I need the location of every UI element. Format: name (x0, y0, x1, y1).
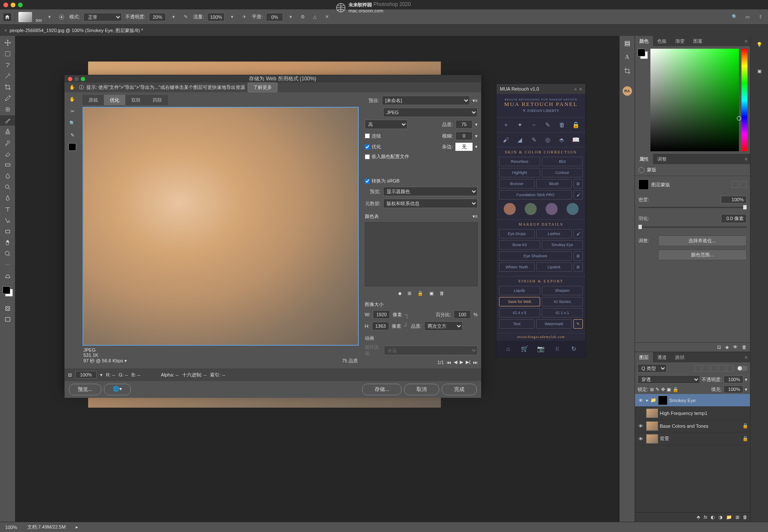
select-and-mask-button[interactable]: 选择并遮住... (658, 235, 747, 246)
blur-tool[interactable] (0, 171, 15, 181)
fg-bg-swatch[interactable] (638, 49, 648, 59)
type-tool[interactable] (0, 204, 15, 215)
lock-artboard-icon[interactable]: ▣ (667, 387, 671, 392)
preview-pane[interactable] (83, 107, 359, 346)
dialog-max[interactable] (81, 77, 85, 81)
minimize-window[interactable] (11, 3, 15, 7)
filter-type-icon[interactable] (711, 365, 718, 372)
mua-eyedrops[interactable]: Eye Drops (499, 229, 535, 238)
mua-lipstick[interactable]: Lipstick (536, 262, 572, 272)
eraser-tool[interactable] (0, 149, 15, 159)
opacity-dropdown-icon[interactable]: ▾ (169, 13, 178, 21)
visibility-toggle[interactable] (637, 409, 644, 417)
mua-igstories[interactable]: IG Stories (542, 297, 583, 306)
visibility-toggle[interactable]: 👁 (637, 397, 644, 404)
apply-mask-icon[interactable]: ◈ (725, 344, 729, 350)
mask-thumb[interactable] (658, 396, 668, 405)
doc-size[interactable]: 文档:7.49M/22.5M (27, 524, 65, 530)
link-layers-icon[interactable]: ⬘ (697, 514, 700, 520)
width-input[interactable] (373, 310, 390, 319)
mua-ig1x1[interactable]: IG 1 x 1 (542, 308, 583, 317)
libraries-icon[interactable]: 💡 (756, 39, 762, 50)
blend-mode-select[interactable]: 穿透 (638, 375, 700, 384)
layer-name[interactable]: High Frequency temp1 (660, 411, 707, 416)
mua-camera-icon[interactable]: 📷 (536, 344, 546, 353)
mua-contour[interactable]: Contour (542, 168, 583, 177)
mua-plus-icon[interactable]: + (501, 120, 511, 129)
filter-adj-icon[interactable] (703, 365, 709, 372)
mua-delete-icon[interactable]: 🗑 (557, 120, 567, 129)
move-tool[interactable] (0, 38, 15, 48)
cancel-button[interactable]: 取消 (404, 384, 439, 395)
mua-sparkle-icon[interactable]: ✦ (515, 120, 525, 129)
mua-edit-icon[interactable]: ✎ (543, 120, 552, 129)
mua-grid-icon[interactable]: ⊞ (573, 262, 583, 272)
zoom-input[interactable] (75, 371, 97, 379)
brush-picker-icon[interactable]: ▾ (45, 13, 54, 21)
ct-icon[interactable]: 🗑 (440, 291, 444, 296)
flow-input[interactable] (207, 13, 224, 21)
link-icon[interactable]: ┐ (405, 311, 409, 318)
wand-tool[interactable] (0, 71, 15, 81)
mua-grid-icon[interactable]: ⊞ (573, 179, 583, 188)
mua-brush-icon[interactable]: 🖌 (573, 190, 583, 200)
layer-row[interactable]: 👁 背景 🔒 (635, 432, 750, 445)
tab-layers[interactable]: 图层 (635, 352, 653, 362)
mua-color-1[interactable] (504, 203, 516, 215)
toggle-mask-icon[interactable]: 👁 (733, 344, 738, 350)
mua-home-icon[interactable]: ⌂ (503, 344, 513, 353)
visibility-toggle[interactable]: 👁 (637, 422, 644, 430)
tab-color[interactable]: 颜色 (635, 36, 653, 46)
smooth-input[interactable] (266, 13, 283, 21)
save-button[interactable]: 存储... (362, 384, 402, 395)
dodge-tool[interactable] (0, 182, 15, 192)
filter-pixel-icon[interactable] (694, 365, 701, 372)
tab-properties[interactable]: 属性 (635, 154, 653, 164)
layer-row[interactable]: High Frequency temp1 (635, 407, 750, 420)
ct-icon[interactable]: ▣ (429, 291, 434, 296)
history-panel-icon[interactable] (620, 38, 635, 49)
feather-slider[interactable] (638, 226, 747, 228)
fg-bg-colors[interactable] (0, 286, 15, 297)
layer-thumb[interactable] (646, 409, 658, 418)
opacity-input[interactable] (149, 13, 166, 21)
height-input[interactable] (372, 322, 389, 330)
tab-adjustments[interactable]: 调整 (653, 154, 671, 164)
layer-name[interactable]: Smokey Eye (669, 398, 696, 403)
quickmask-toggle[interactable] (0, 303, 15, 314)
mask-icon[interactable]: ◐ (711, 514, 715, 520)
tab-optimized[interactable]: 优化 (104, 95, 125, 105)
eyedropper-tool[interactable]: ✎ (66, 130, 78, 140)
hue-slider[interactable] (741, 49, 747, 151)
pen-tool[interactable] (0, 193, 15, 203)
share-icon[interactable]: ⇪ (756, 13, 765, 21)
delete-icon[interactable]: 🗑 (743, 514, 747, 520)
metadata-select[interactable]: 版权和联系信息 (383, 199, 478, 208)
lock-all-icon[interactable]: 🔒 (673, 387, 679, 392)
panel-menu-icon[interactable]: ≡ (579, 86, 582, 91)
brush-settings-icon[interactable] (57, 13, 66, 21)
mua-color-2[interactable] (525, 203, 537, 215)
panel-menu-icon[interactable]: ≡ (742, 355, 750, 360)
tab-patterns[interactable]: 图案 (689, 36, 707, 46)
mua-ig4x5[interactable]: IG 4 x 5 (499, 308, 540, 317)
layer-thumb[interactable] (646, 421, 658, 431)
mua-chain-icon[interactable]: ⬘ (557, 135, 567, 144)
vector-mask-icon[interactable] (740, 181, 747, 188)
path-tool[interactable] (0, 215, 15, 226)
layer-name[interactable]: 背景 (660, 435, 669, 442)
preset-select[interactable]: [未命名] (382, 96, 470, 105)
mua-resurface[interactable]: Resurface (499, 157, 540, 166)
layer-row[interactable]: 👁 ▸ 📁 Smokey Eye (635, 394, 750, 407)
learn-more-button[interactable]: 了解更多 (248, 82, 278, 92)
mua-color-4[interactable] (567, 203, 579, 215)
resample-select[interactable]: 两次立方 (424, 321, 463, 331)
workspace-icon[interactable]: ▭ (743, 13, 752, 21)
slice-tool[interactable]: ✂ (66, 106, 78, 116)
mua-panel-title[interactable]: MUA Retouch v1.0 » ≡ (496, 84, 585, 94)
filter-shape-icon[interactable] (719, 365, 726, 372)
panel-menu-icon[interactable]: ≡ (742, 38, 750, 44)
mua-whiten[interactable]: Whiten Teeth (499, 262, 535, 272)
color-table[interactable] (365, 222, 478, 286)
zoom-level[interactable]: 100% (5, 525, 17, 530)
